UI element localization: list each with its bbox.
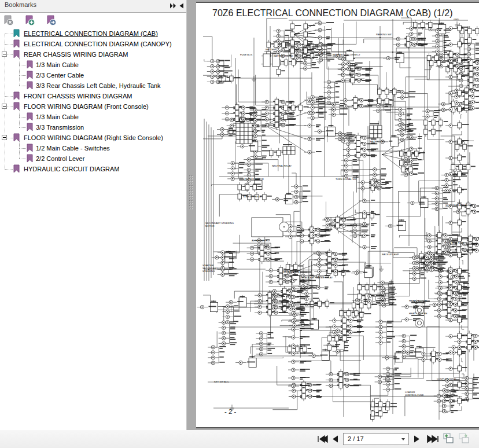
bookmark-item-label[interactable]: FRONT CHASSIS WIRING DIAGRAM xyxy=(24,91,132,101)
svg-text:TURN SIGNAL SW: TURN SIGNAL SW xyxy=(336,178,356,181)
bookmark-item[interactable]: 1/2 Main Cable - Switches xyxy=(0,143,186,153)
bookmark-flag-icon xyxy=(26,60,34,69)
svg-text:KEY SW ACC: KEY SW ACC xyxy=(214,380,229,383)
bookmark-item-label[interactable]: 2/3 Center Cable xyxy=(36,70,84,80)
bookmark-flag-icon xyxy=(13,29,20,38)
svg-text:WORKING LAMP FUSE: WORKING LAMP FUSE xyxy=(445,204,472,207)
svg-text:POSITION FUSE: POSITION FUSE xyxy=(445,241,465,244)
bookmark-item[interactable]: 3/3 Transmission xyxy=(0,122,186,133)
bookmark-flag-icon xyxy=(13,50,20,59)
bookmark-item-label[interactable]: 1/3 Main Cable xyxy=(36,60,79,70)
svg-text:BACKUP LAMP: BACKUP LAMP xyxy=(382,253,399,256)
bookmark-item[interactable]: FLOOR WIRING DIAGRAM (Front Console) xyxy=(0,101,186,112)
collapse-panel-icon[interactable] xyxy=(179,2,185,9)
bookmark-item[interactable]: ELECTRICAL CONNECTION DIAGRAM (CANOPY) xyxy=(0,39,186,49)
bookmark-item-label[interactable]: 2/2 Control Lever xyxy=(36,153,84,164)
svg-text:GND: GND xyxy=(454,18,459,21)
last-page-button[interactable] xyxy=(426,430,440,448)
page-number-combobox[interactable]: 2 / 17 xyxy=(343,433,409,445)
svg-text:BATTERY RELAY: BATTERY RELAY xyxy=(274,54,293,57)
bookmark-item-label[interactable]: HYDRAULIC CIRCUIT DIAGRAM xyxy=(24,164,119,174)
document-pane: FUSE BOXBATTERY RELAYBATTERY DISCONNECTG… xyxy=(196,0,479,430)
new-bookmark-icon[interactable] xyxy=(25,15,35,26)
bookmark-flag-icon xyxy=(26,81,34,90)
panel-splitter[interactable] xyxy=(186,0,196,430)
combobox-caret-icon[interactable] xyxy=(401,438,405,440)
svg-text:COUPLER SW(1): COUPLER SW(1) xyxy=(437,377,456,380)
bookmark-flag-icon xyxy=(13,102,20,111)
svg-text:NEUTRAL RELAY: NEUTRAL RELAY xyxy=(272,164,292,167)
svg-text:ALTERNATOR-2: ALTERNATOR-2 xyxy=(252,239,270,242)
go-to-bookmark-icon[interactable] xyxy=(46,15,57,26)
svg-text:FUSE BOX: FUSE BOX xyxy=(240,53,252,56)
svg-text:STARTER RELAY: STARTER RELAY xyxy=(243,195,263,198)
bottom-toolbar: 2 / 17 xyxy=(0,430,479,448)
bookmarks-panel-title: Bookmarks xyxy=(5,1,36,8)
first-page-button[interactable] xyxy=(316,430,329,448)
delete-bookmark-icon[interactable] xyxy=(3,15,14,26)
bookmark-expander[interactable] xyxy=(2,52,7,57)
bookmark-item-label[interactable]: FLOOR WIRING DIAGRAM (Front Console) xyxy=(24,101,149,112)
wiring-diagram: FUSE BOXBATTERY RELAYBATTERY DISCONNECTG… xyxy=(196,3,479,427)
bookmarks-panel-header: Bookmarks xyxy=(0,0,186,13)
svg-text:HAZARD SW: HAZARD SW xyxy=(370,140,385,143)
panel-options-icon[interactable] xyxy=(169,2,177,9)
bookmark-item[interactable]: 1/3 Main Cable xyxy=(0,60,186,70)
pdf-page: FUSE BOXBATTERY RELAYBATTERY DISCONNECTG… xyxy=(196,2,479,428)
bookmark-flag-icon xyxy=(26,71,34,80)
bookmark-item-label[interactable]: 3/3 Transmission xyxy=(36,122,84,133)
previous-view-button[interactable] xyxy=(441,430,455,448)
bookmark-item-label[interactable]: 1/3 Main Cable xyxy=(36,112,79,122)
svg-text:CONTROL FUSE: CONTROL FUSE xyxy=(405,394,424,396)
bookmark-item[interactable]: 1/3 Main Cable xyxy=(0,112,186,122)
svg-text:STEERING: STEERING xyxy=(202,270,215,273)
next-page-button[interactable] xyxy=(412,430,421,448)
diagram-title: 70Z6 ELECTRICAL CONNECTION DIAGRAM (CAB)… xyxy=(212,8,452,19)
bookmarks-panel: Bookmarks ELECTRICAL CONNECTION DIAGRAM … xyxy=(0,0,186,430)
bookmark-item-label[interactable]: ELECTRICAL CONNECTION DIAGRAM (CAB) xyxy=(24,28,158,39)
page-number-value: 2 / 17 xyxy=(348,434,364,445)
bookmark-flag-icon xyxy=(26,154,34,163)
bookmark-flag-icon xyxy=(13,164,20,174)
svg-text:PARKING SW: PARKING SW xyxy=(376,33,391,36)
bookmark-flag-icon xyxy=(26,123,34,132)
svg-text:HEAD LAMP RH: HEAD LAMP RH xyxy=(409,312,427,315)
svg-text:BATTERY DISCONNECT: BATTERY DISCONNECT xyxy=(333,53,360,56)
previous-page-button[interactable] xyxy=(331,430,340,448)
bookmark-item[interactable]: 3/3 Rear Chassis Left Cable, Hydraulic T… xyxy=(0,80,186,91)
bookmark-item[interactable]: 2/2 Control Lever xyxy=(0,153,186,164)
bookmark-item-label[interactable]: 1/2 Main Cable - Switches xyxy=(36,143,110,153)
page-number-label: - 2 - xyxy=(224,408,236,415)
bookmark-item[interactable]: FRONT CHASSIS WIRING DIAGRAM xyxy=(0,91,186,101)
bookmark-item[interactable]: ELECTRICAL CONNECTION DIAGRAM (CAB) xyxy=(0,28,186,39)
bookmark-item[interactable]: REAR CHASSIS WIRING DIAGRAM xyxy=(0,49,186,60)
splitter-grip xyxy=(189,175,194,211)
bookmark-item[interactable]: FLOOR WIRING DIAGRAM (Right Side Console… xyxy=(0,133,186,143)
svg-text:HEAD LAMP LH: HEAD LAMP LH xyxy=(409,299,427,302)
bookmark-item-label[interactable]: 3/3 Rear Chassis Left Cable, Hydraulic T… xyxy=(36,80,161,91)
bookmark-item[interactable]: HYDRAULIC CIRCUIT DIAGRAM xyxy=(0,164,186,174)
svg-text:STARTER MOTOR: STARTER MOTOR xyxy=(243,178,264,181)
svg-text:MOTOR: MOTOR xyxy=(205,225,215,227)
bookmark-item[interactable]: 2/3 Center Cable xyxy=(0,70,186,80)
svg-text:GND: GND xyxy=(319,52,325,54)
bookmark-expander[interactable] xyxy=(2,104,7,109)
svg-text:BATTERY: BATTERY xyxy=(266,48,277,51)
svg-text:ALTERNATOR: ALTERNATOR xyxy=(283,270,299,273)
bookmark-item-label[interactable]: ELECTRICAL CONNECTION DIAGRAM (CANOPY) xyxy=(24,39,172,49)
bookmark-flag-icon xyxy=(13,91,20,101)
svg-text:INTAKE AIR HEATER RELAY: INTAKE AIR HEATER RELAY xyxy=(301,276,333,279)
bookmark-flag-icon xyxy=(26,112,34,122)
bookmark-flag-icon xyxy=(26,144,34,153)
bookmark-flag-icon xyxy=(13,39,20,49)
bookmark-expander[interactable] xyxy=(2,135,7,140)
bookmark-item-label[interactable]: FLOOR WIRING DIAGRAM (Right Side Console… xyxy=(24,133,163,143)
bookmark-flag-icon xyxy=(13,133,20,142)
next-view-button[interactable] xyxy=(457,430,471,448)
bookmark-item-label[interactable]: REAR CHASSIS WIRING DIAGRAM xyxy=(24,49,128,60)
